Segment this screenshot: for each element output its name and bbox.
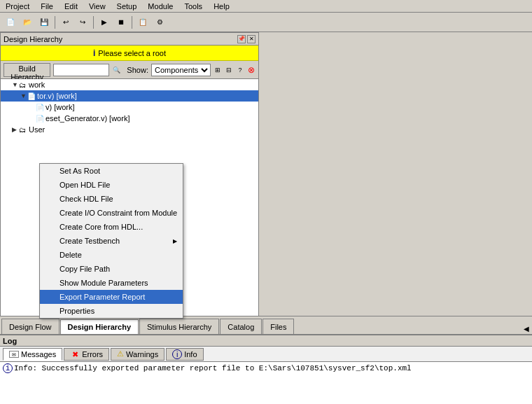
tab-design-flow[interactable]: Design Flow xyxy=(1,319,59,334)
ctx-properties-label: Properties xyxy=(59,307,94,315)
tree-item-child2[interactable]: 📄 eset_Generator.v) [work] xyxy=(1,113,258,124)
tab-stimulus-hierarchy-label: Stimulus Hierarchy xyxy=(147,323,211,331)
tree-item-work[interactable]: ▼ 🗂 work xyxy=(1,79,258,90)
alert-bar: i Please select a root xyxy=(1,46,258,61)
build-hierarchy-button[interactable]: Build Hierarchy xyxy=(4,63,50,77)
panel-close-button[interactable]: ✕ xyxy=(247,35,255,43)
alert-icon: i xyxy=(93,48,95,58)
toolbar-report[interactable]: 📋 xyxy=(135,15,150,30)
icon-child1: 📄 xyxy=(36,104,46,111)
menu-setup[interactable]: Setup xyxy=(114,1,140,11)
ctx-create-testbench-label: Create Testbench xyxy=(59,237,120,245)
ctx-set-as-root[interactable]: Set As Root xyxy=(40,164,183,178)
ctx-create-core[interactable]: Create Core from HDL... xyxy=(40,220,183,234)
icon-work: 🗂 xyxy=(19,81,29,89)
log-tabs: ✉ Messages ✖ Errors ⚠ Warnings i Info xyxy=(0,347,532,362)
ctx-open-hdl-label: Open HDL File xyxy=(59,181,110,189)
log-info-icon: i xyxy=(3,363,13,373)
log-content: iInfo: Successfully exported parameter r… xyxy=(0,362,532,404)
ctx-show-params-label: Show Module Parameters xyxy=(59,279,148,287)
label-user: User xyxy=(29,125,45,134)
ctx-copy-path-label: Copy File Path xyxy=(59,265,110,273)
menu-file[interactable]: File xyxy=(38,1,56,11)
ctx-show-params[interactable]: Show Module Parameters xyxy=(40,276,183,290)
panel-pin-button[interactable]: 📌 xyxy=(237,35,246,43)
log-tab-messages[interactable]: ✉ Messages xyxy=(3,348,62,361)
warnings-icon: ⚠ xyxy=(117,349,124,358)
log-tab-info-label: Info xyxy=(184,350,197,358)
ctx-create-io[interactable]: Create I/O Constraint from Module xyxy=(40,206,183,220)
ctx-check-hdl[interactable]: Check HDL File xyxy=(40,192,183,206)
ctx-check-hdl-label: Check HDL File xyxy=(59,195,113,203)
toolbar-new[interactable]: 📄 xyxy=(3,15,18,30)
ctx-create-io-label: Create I/O Constraint from Module xyxy=(59,209,177,217)
search-button[interactable]: 🔍 xyxy=(112,64,121,76)
help-button[interactable]: ? xyxy=(236,64,244,76)
menu-project[interactable]: Project xyxy=(3,1,32,11)
tree-item-user[interactable]: ▶ 🗂 User xyxy=(1,124,258,135)
label-work: work xyxy=(29,81,45,89)
icon-user: 🗂 xyxy=(19,126,29,134)
build-toolbar: Build Hierarchy 🔍 Show: Components Modul… xyxy=(1,61,258,79)
context-menu: Set As Root Open HDL File Check HDL File… xyxy=(39,163,183,319)
toolbar-settings[interactable]: ⚙ xyxy=(152,15,167,30)
separator-1 xyxy=(55,16,55,29)
toggle-user[interactable]: ▶ xyxy=(12,126,19,133)
log-panel: Log ✉ Messages ✖ Errors ⚠ Warnings i Inf… xyxy=(0,334,532,404)
tab-design-flow-label: Design Flow xyxy=(9,323,52,331)
panel-titlebar-buttons: 📌 ✕ xyxy=(237,35,255,43)
tab-files-label: Files xyxy=(270,323,286,331)
toolbar-undo[interactable]: ↩ xyxy=(58,15,74,30)
ctx-open-hdl[interactable]: Open HDL File xyxy=(40,178,183,192)
label-top: tor.v) [work] xyxy=(37,92,77,100)
menu-edit[interactable]: Edit xyxy=(62,1,80,11)
tab-files[interactable]: Files xyxy=(262,319,294,334)
ctx-create-testbench[interactable]: Create Testbench xyxy=(40,234,183,248)
tab-design-hierarchy-label: Design Hierarchy xyxy=(68,323,131,331)
search-input[interactable] xyxy=(53,64,109,76)
menu-tools[interactable]: Tools xyxy=(181,1,205,11)
tab-catalog-label: Catalog xyxy=(227,323,254,331)
toggle-work[interactable]: ▼ xyxy=(12,81,19,88)
toolbar-run[interactable]: ▶ xyxy=(97,15,112,30)
expand-button[interactable]: ⊞ xyxy=(214,64,222,76)
toolbar-stop[interactable]: ⏹ xyxy=(113,15,129,30)
menubar: Project File Edit View Setup Module Tool… xyxy=(0,0,532,13)
log-tab-warnings[interactable]: ⚠ Warnings xyxy=(111,348,164,361)
ctx-delete-label: Delete xyxy=(59,251,82,259)
menu-view[interactable]: View xyxy=(86,1,108,11)
toolbar-redo[interactable]: ↪ xyxy=(75,15,90,30)
tab-scroll-right-button[interactable]: ◀ xyxy=(521,323,532,334)
menu-module[interactable]: Module xyxy=(145,1,176,11)
log-tab-errors-label: Errors xyxy=(82,350,103,358)
ctx-properties[interactable]: Properties xyxy=(40,304,183,318)
log-title: Log xyxy=(3,337,17,345)
alert-text: Please select a root xyxy=(98,49,166,57)
panel-titlebar: Design Hierarchy 📌 ✕ xyxy=(1,33,258,46)
log-tab-errors[interactable]: ✖ Errors xyxy=(64,348,109,361)
ctx-copy-path[interactable]: Copy File Path xyxy=(40,262,183,276)
log-tab-info[interactable]: i Info xyxy=(166,348,203,361)
toggle-top[interactable]: ▼ xyxy=(20,92,27,99)
toolbar-open[interactable]: 📂 xyxy=(20,15,35,30)
toggle-child2 xyxy=(29,115,36,122)
errors-icon: ✖ xyxy=(70,349,80,359)
toolbar-save[interactable]: 💾 xyxy=(36,15,52,30)
info-icon: i xyxy=(172,349,182,359)
tab-catalog[interactable]: Catalog xyxy=(220,319,262,334)
tab-design-hierarchy[interactable]: Design Hierarchy xyxy=(60,319,139,335)
refresh-button[interactable]: ⊗ xyxy=(247,64,255,76)
toolbar: 📄 📂 💾 ↩ ↪ ▶ ⏹ 📋 ⚙ xyxy=(0,13,532,32)
menu-help[interactable]: Help xyxy=(211,1,232,11)
tree-item-child1[interactable]: 📄 v) [work] xyxy=(1,102,258,113)
toggle-child1 xyxy=(29,104,36,111)
tab-stimulus-hierarchy[interactable]: Stimulus Hierarchy xyxy=(139,319,219,334)
show-label: Show: xyxy=(127,66,148,74)
tree-item-top[interactable]: ▼ 📄 tor.v) [work] xyxy=(1,90,258,102)
log-titlebar: Log xyxy=(0,335,532,347)
ctx-set-as-root-label: Set As Root xyxy=(59,167,100,175)
ctx-export-report[interactable]: Export Parameter Report xyxy=(40,290,183,304)
collapse-button[interactable]: ⊟ xyxy=(225,64,233,76)
ctx-delete[interactable]: Delete xyxy=(40,248,183,262)
show-select[interactable]: Components Modules Files xyxy=(151,64,211,76)
